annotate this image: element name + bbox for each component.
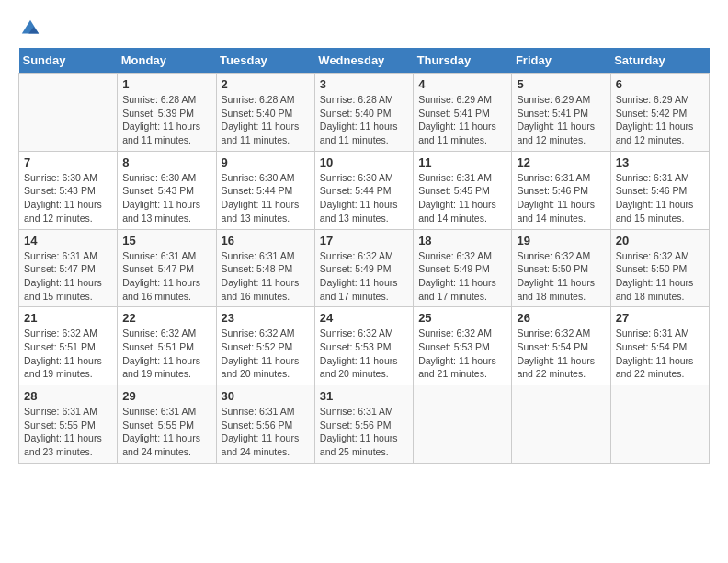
day-info: Sunrise: 6:31 AM Sunset: 5:55 PM Dayligh…	[122, 405, 210, 459]
day-number: 14	[24, 234, 112, 247]
day-info: Sunrise: 6:31 AM Sunset: 5:47 PM Dayligh…	[122, 249, 210, 304]
calendar-cell: 10Sunrise: 6:30 AM Sunset: 5:44 PM Dayli…	[314, 151, 413, 229]
calendar-cell: 21Sunrise: 6:32 AM Sunset: 5:51 PM Dayli…	[19, 307, 118, 385]
day-number: 25	[418, 311, 506, 325]
day-info: Sunrise: 6:31 AM Sunset: 5:45 PM Dayligh…	[418, 171, 506, 225]
header-day-tuesday: Tuesday	[216, 48, 314, 74]
calendar-header: SundayMondayTuesdayWednesdayThursdayFrid…	[19, 48, 710, 74]
day-number: 4	[418, 77, 506, 91]
day-info: Sunrise: 6:32 AM Sunset: 5:53 PM Dayligh…	[320, 327, 408, 381]
day-info: Sunrise: 6:32 AM Sunset: 5:54 PM Dayligh…	[517, 327, 605, 381]
day-number: 26	[517, 311, 605, 325]
calendar-cell: 1Sunrise: 6:28 AM Sunset: 5:39 PM Daylig…	[118, 74, 216, 152]
page-header	[18, 18, 710, 39]
day-number: 17	[320, 234, 408, 247]
day-number: 6	[616, 77, 704, 91]
day-number: 30	[222, 389, 310, 403]
week-row-1: 1Sunrise: 6:28 AM Sunset: 5:39 PM Daylig…	[19, 74, 710, 152]
day-number: 31	[320, 389, 408, 403]
calendar-cell: 5Sunrise: 6:29 AM Sunset: 5:41 PM Daylig…	[512, 74, 610, 152]
calendar-cell: 29Sunrise: 6:31 AM Sunset: 5:55 PM Dayli…	[118, 385, 216, 464]
calendar-cell: 22Sunrise: 6:32 AM Sunset: 5:51 PM Dayli…	[118, 307, 216, 385]
day-info: Sunrise: 6:32 AM Sunset: 5:49 PM Dayligh…	[418, 249, 506, 304]
day-info: Sunrise: 6:32 AM Sunset: 5:53 PM Dayligh…	[418, 327, 506, 381]
day-number: 13	[616, 155, 704, 169]
week-row-2: 7Sunrise: 6:30 AM Sunset: 5:43 PM Daylig…	[19, 151, 710, 229]
day-number: 7	[24, 155, 112, 169]
day-info: Sunrise: 6:28 AM Sunset: 5:40 PM Dayligh…	[222, 93, 310, 147]
day-info: Sunrise: 6:30 AM Sunset: 5:43 PM Dayligh…	[24, 171, 112, 225]
day-number: 20	[616, 234, 704, 247]
calendar-cell: 20Sunrise: 6:32 AM Sunset: 5:50 PM Dayli…	[610, 229, 709, 307]
calendar-cell: 17Sunrise: 6:32 AM Sunset: 5:49 PM Dayli…	[314, 229, 413, 307]
calendar-table: SundayMondayTuesdayWednesdayThursdayFrid…	[18, 48, 710, 464]
day-number: 2	[222, 77, 310, 91]
day-number: 8	[122, 155, 210, 169]
day-number: 15	[122, 234, 210, 247]
day-number: 5	[517, 77, 605, 91]
calendar-body: 1Sunrise: 6:28 AM Sunset: 5:39 PM Daylig…	[19, 74, 710, 464]
day-number: 22	[122, 311, 210, 325]
calendar-cell: 27Sunrise: 6:31 AM Sunset: 5:54 PM Dayli…	[610, 307, 709, 385]
calendar-cell: 26Sunrise: 6:32 AM Sunset: 5:54 PM Dayli…	[512, 307, 610, 385]
logo-icon	[20, 18, 40, 39]
day-info: Sunrise: 6:30 AM Sunset: 5:44 PM Dayligh…	[320, 171, 408, 225]
calendar-cell: 13Sunrise: 6:31 AM Sunset: 5:46 PM Dayli…	[610, 151, 709, 229]
calendar-cell: 28Sunrise: 6:31 AM Sunset: 5:55 PM Dayli…	[19, 385, 118, 464]
day-info: Sunrise: 6:31 AM Sunset: 5:46 PM Dayligh…	[616, 171, 704, 225]
calendar-cell: 25Sunrise: 6:32 AM Sunset: 5:53 PM Dayli…	[414, 307, 512, 385]
day-number: 16	[222, 234, 310, 247]
header-day-wednesday: Wednesday	[314, 48, 413, 74]
day-number: 3	[320, 77, 408, 91]
calendar-cell: 15Sunrise: 6:31 AM Sunset: 5:47 PM Dayli…	[118, 229, 216, 307]
day-number: 1	[122, 77, 210, 91]
day-info: Sunrise: 6:32 AM Sunset: 5:49 PM Dayligh…	[320, 249, 408, 304]
header-day-thursday: Thursday	[414, 48, 512, 74]
day-info: Sunrise: 6:31 AM Sunset: 5:48 PM Dayligh…	[222, 249, 310, 304]
calendar-cell: 9Sunrise: 6:30 AM Sunset: 5:44 PM Daylig…	[216, 151, 314, 229]
day-info: Sunrise: 6:31 AM Sunset: 5:54 PM Dayligh…	[616, 327, 704, 381]
day-info: Sunrise: 6:31 AM Sunset: 5:46 PM Dayligh…	[517, 171, 605, 225]
calendar-cell: 16Sunrise: 6:31 AM Sunset: 5:48 PM Dayli…	[216, 229, 314, 307]
day-info: Sunrise: 6:32 AM Sunset: 5:50 PM Dayligh…	[616, 249, 704, 304]
day-number: 24	[320, 311, 408, 325]
day-info: Sunrise: 6:31 AM Sunset: 5:56 PM Dayligh…	[222, 405, 310, 459]
day-info: Sunrise: 6:32 AM Sunset: 5:51 PM Dayligh…	[24, 327, 112, 381]
calendar-cell: 12Sunrise: 6:31 AM Sunset: 5:46 PM Dayli…	[512, 151, 610, 229]
day-number: 12	[517, 155, 605, 169]
calendar-cell: 11Sunrise: 6:31 AM Sunset: 5:45 PM Dayli…	[414, 151, 512, 229]
calendar-cell: 8Sunrise: 6:30 AM Sunset: 5:43 PM Daylig…	[118, 151, 216, 229]
calendar-cell	[610, 385, 709, 464]
day-number: 23	[222, 311, 310, 325]
week-row-3: 14Sunrise: 6:31 AM Sunset: 5:47 PM Dayli…	[19, 229, 710, 307]
calendar-cell: 31Sunrise: 6:31 AM Sunset: 5:56 PM Dayli…	[314, 385, 413, 464]
calendar-cell: 23Sunrise: 6:32 AM Sunset: 5:52 PM Dayli…	[216, 307, 314, 385]
header-day-monday: Monday	[118, 48, 216, 74]
calendar-cell	[414, 385, 512, 464]
week-row-4: 21Sunrise: 6:32 AM Sunset: 5:51 PM Dayli…	[19, 307, 710, 385]
day-info: Sunrise: 6:30 AM Sunset: 5:44 PM Dayligh…	[222, 171, 310, 225]
day-number: 29	[122, 389, 210, 403]
day-info: Sunrise: 6:29 AM Sunset: 5:41 PM Dayligh…	[517, 93, 605, 147]
day-number: 21	[24, 311, 112, 325]
header-day-sunday: Sunday	[19, 48, 118, 74]
calendar-cell: 4Sunrise: 6:29 AM Sunset: 5:41 PM Daylig…	[414, 74, 512, 152]
calendar-cell: 14Sunrise: 6:31 AM Sunset: 5:47 PM Dayli…	[19, 229, 118, 307]
day-number: 10	[320, 155, 408, 169]
day-number: 27	[616, 311, 704, 325]
day-info: Sunrise: 6:32 AM Sunset: 5:51 PM Dayligh…	[122, 327, 210, 381]
day-number: 11	[418, 155, 506, 169]
calendar-cell: 30Sunrise: 6:31 AM Sunset: 5:56 PM Dayli…	[216, 385, 314, 464]
day-info: Sunrise: 6:30 AM Sunset: 5:43 PM Dayligh…	[122, 171, 210, 225]
week-row-5: 28Sunrise: 6:31 AM Sunset: 5:55 PM Dayli…	[19, 385, 710, 464]
day-info: Sunrise: 6:29 AM Sunset: 5:41 PM Dayligh…	[418, 93, 506, 147]
calendar-cell: 7Sunrise: 6:30 AM Sunset: 5:43 PM Daylig…	[19, 151, 118, 229]
day-info: Sunrise: 6:31 AM Sunset: 5:55 PM Dayligh…	[24, 405, 112, 459]
header-row: SundayMondayTuesdayWednesdayThursdayFrid…	[19, 48, 710, 74]
day-info: Sunrise: 6:31 AM Sunset: 5:56 PM Dayligh…	[320, 405, 408, 459]
calendar-cell	[512, 385, 610, 464]
header-day-saturday: Saturday	[610, 48, 709, 74]
day-info: Sunrise: 6:32 AM Sunset: 5:52 PM Dayligh…	[222, 327, 310, 381]
calendar-cell: 18Sunrise: 6:32 AM Sunset: 5:49 PM Dayli…	[414, 229, 512, 307]
day-info: Sunrise: 6:31 AM Sunset: 5:47 PM Dayligh…	[24, 249, 112, 304]
